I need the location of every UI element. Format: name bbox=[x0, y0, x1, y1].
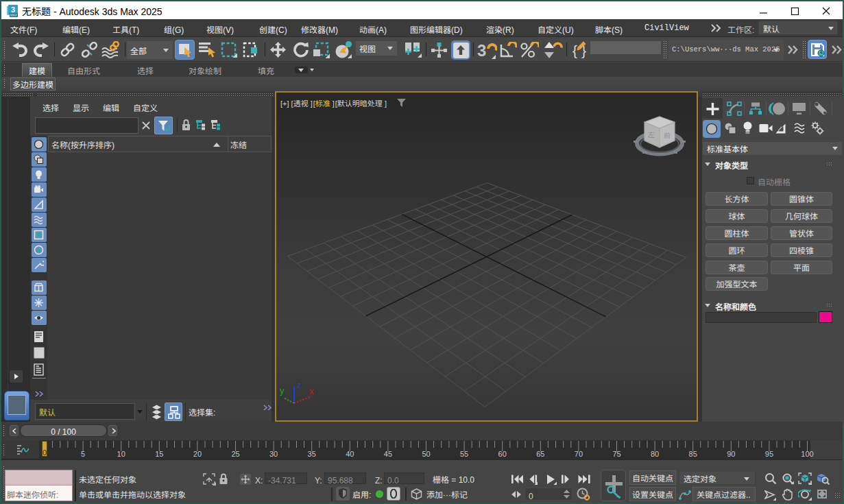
svg-text:100: 100 bbox=[801, 450, 813, 458]
svg-text:前: 前 bbox=[664, 130, 671, 140]
svg-text:20: 20 bbox=[193, 450, 202, 458]
svg-text:25: 25 bbox=[231, 450, 239, 458]
svg-text:{: { bbox=[572, 43, 577, 58]
svg-text:70: 70 bbox=[575, 450, 583, 458]
svg-text:50: 50 bbox=[422, 450, 430, 458]
svg-text:3: 3 bbox=[477, 41, 486, 60]
svg-text:30: 30 bbox=[269, 450, 278, 458]
svg-text:z: z bbox=[297, 380, 302, 390]
svg-text:10: 10 bbox=[117, 450, 125, 458]
svg-text:40: 40 bbox=[346, 450, 354, 458]
svg-text:65: 65 bbox=[536, 450, 544, 458]
svg-text:35: 35 bbox=[308, 450, 316, 458]
svg-text:3: 3 bbox=[11, 5, 15, 14]
svg-text:80: 80 bbox=[651, 450, 659, 458]
svg-text:15: 15 bbox=[155, 450, 163, 458]
svg-text:75: 75 bbox=[612, 450, 620, 458]
svg-text:5: 5 bbox=[81, 450, 85, 458]
svg-text:45: 45 bbox=[384, 450, 392, 458]
svg-text:85: 85 bbox=[689, 450, 697, 458]
svg-text:55: 55 bbox=[460, 450, 468, 458]
svg-text:x: x bbox=[309, 386, 314, 396]
svg-text:90: 90 bbox=[727, 450, 735, 458]
svg-text:y: y bbox=[280, 385, 285, 396]
svg-text:95: 95 bbox=[765, 450, 773, 458]
svg-text:左: 左 bbox=[648, 129, 655, 139]
svg-text:60: 60 bbox=[498, 450, 507, 458]
svg-text:MAX: MAX bbox=[10, 14, 17, 17]
